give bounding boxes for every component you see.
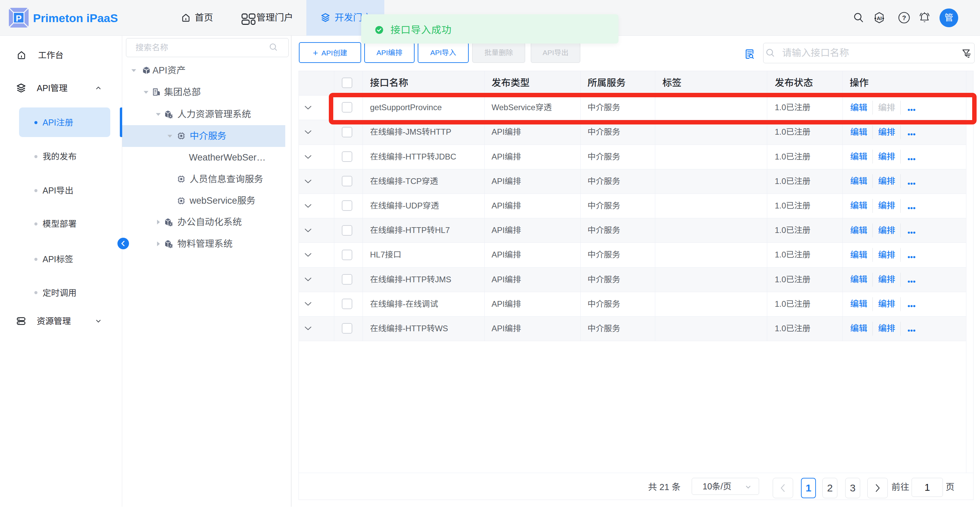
svg-text:AI: AI (877, 15, 882, 21)
svg-text:P: P (16, 13, 21, 24)
svg-text:?: ? (902, 14, 906, 21)
